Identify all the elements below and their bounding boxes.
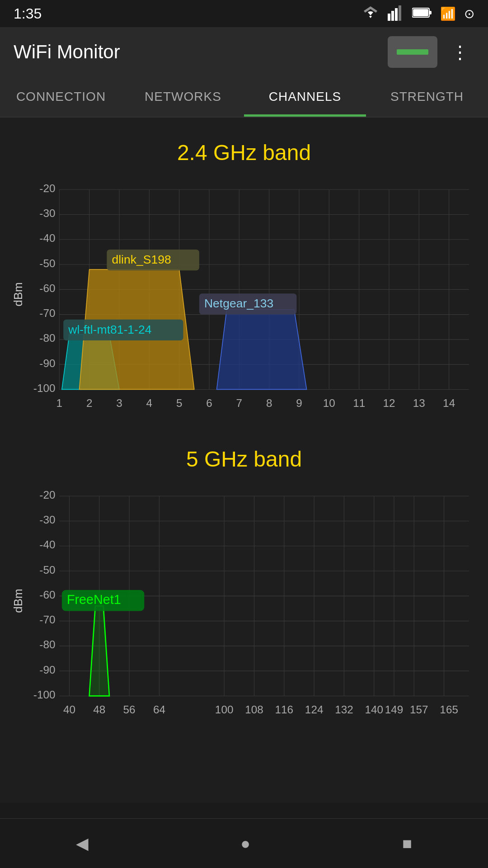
bottom-nav: ◀ ● ■: [0, 818, 488, 868]
svg-text:-100: -100: [33, 382, 56, 394]
svg-text:149: 149: [385, 703, 404, 716]
display-button[interactable]: [388, 36, 437, 68]
band-5-chart-wrapper: dBm -20 -30 -40 -50: [9, 476, 479, 726]
svg-text:FreeNet1: FreeNet1: [67, 592, 121, 607]
svg-text:-60: -60: [39, 589, 55, 601]
svg-text:124: 124: [305, 703, 324, 716]
band-24-chart-area: -20 -30 -40 -50 -60 -70 -80 -90 -100: [29, 170, 479, 420]
svg-text:2: 2: [86, 397, 93, 409]
charts-container: 2.4 GHz band dBm -20 -30: [0, 118, 488, 803]
status-time: 1:35: [14, 5, 42, 22]
svg-text:165: 165: [440, 703, 458, 716]
svg-text:dlink_S198: dlink_S198: [112, 253, 171, 266]
svg-text:40: 40: [63, 703, 75, 716]
app-bar-actions: ⋮: [388, 36, 474, 68]
more-options-button[interactable]: ⋮: [446, 37, 474, 67]
svg-text:140: 140: [365, 703, 384, 716]
svg-text:-80: -80: [39, 332, 55, 344]
svg-text:-70: -70: [39, 307, 55, 319]
svg-text:-90: -90: [39, 357, 55, 369]
status-icons: 📶 ⊙: [361, 5, 474, 23]
svg-text:-50: -50: [39, 563, 55, 576]
svg-text:-50: -50: [39, 257, 55, 269]
svg-text:132: 132: [335, 703, 353, 716]
band-24-svg: -20 -30 -40 -50 -60 -70 -80 -90 -100: [29, 170, 479, 420]
tab-connection[interactable]: CONNECTION: [0, 77, 122, 117]
band-5-y-label: dBm: [9, 476, 27, 726]
svg-text:7: 7: [236, 397, 243, 409]
svg-text:8: 8: [266, 397, 272, 409]
svg-text:-30: -30: [39, 514, 55, 526]
battery-icon: [412, 6, 432, 21]
band-24-section: 2.4 GHz band dBm -20 -30: [0, 127, 488, 433]
band-5-svg: -20 -30 -40 -50 -60 -70 -80 -90 -100: [29, 476, 479, 726]
display-icon: [397, 49, 428, 55]
svg-text:-20: -20: [39, 489, 55, 501]
svg-text:56: 56: [123, 703, 136, 716]
svg-text:11: 11: [353, 397, 365, 409]
app-icon-1: 📶: [440, 6, 456, 21]
svg-text:116: 116: [275, 703, 294, 716]
svg-rect-1: [391, 11, 394, 21]
tab-strength[interactable]: STRENGTH: [366, 77, 488, 117]
svg-text:4: 4: [146, 397, 153, 409]
svg-text:-60: -60: [39, 282, 55, 294]
svg-text:13: 13: [413, 397, 425, 409]
svg-text:-70: -70: [39, 613, 55, 626]
svg-text:108: 108: [245, 703, 263, 716]
svg-rect-6: [413, 9, 428, 16]
svg-text:157: 157: [410, 703, 428, 716]
svg-text:10: 10: [323, 397, 335, 409]
svg-marker-94: [90, 607, 108, 696]
tab-networks[interactable]: NETWORKS: [122, 77, 244, 117]
tab-channels[interactable]: CHANNELS: [244, 77, 366, 117]
band-5-title: 5 GHz band: [9, 438, 479, 476]
svg-text:-40: -40: [39, 538, 55, 551]
svg-text:48: 48: [93, 703, 105, 716]
back-button[interactable]: ◀: [58, 827, 107, 860]
svg-text:6: 6: [206, 397, 212, 409]
wifi-icon: [361, 5, 380, 22]
svg-text:12: 12: [383, 397, 395, 409]
svg-text:-30: -30: [39, 207, 55, 219]
svg-text:100: 100: [215, 703, 234, 716]
svg-rect-3: [399, 5, 401, 21]
svg-text:wl-ftl-mt81-1-24: wl-ftl-mt81-1-24: [68, 323, 151, 336]
svg-text:5: 5: [176, 397, 183, 409]
svg-marker-41: [217, 310, 307, 390]
svg-text:-100: -100: [33, 689, 56, 701]
signal-icon: [388, 5, 404, 23]
svg-rect-0: [388, 14, 390, 21]
svg-text:14: 14: [443, 397, 455, 409]
band-24-chart-wrapper: dBm -20 -30 -40 -50: [9, 170, 479, 420]
band-24-title: 2.4 GHz band: [9, 131, 479, 170]
svg-text:1: 1: [56, 397, 63, 409]
status-bar: 1:35 📶: [0, 0, 488, 27]
svg-rect-2: [395, 8, 398, 21]
svg-text:9: 9: [296, 397, 302, 409]
svg-rect-5: [429, 11, 432, 14]
home-button[interactable]: ●: [222, 827, 268, 860]
svg-text:-90: -90: [39, 663, 55, 675]
band-5-chart-area: -20 -30 -40 -50 -60 -70 -80 -90 -100: [29, 476, 479, 726]
svg-text:3: 3: [116, 397, 122, 409]
recent-button[interactable]: ■: [384, 827, 430, 860]
svg-text:-80: -80: [39, 638, 55, 651]
app-icon-2: ⊙: [464, 6, 474, 21]
svg-text:-40: -40: [39, 232, 55, 244]
svg-text:-20: -20: [39, 182, 55, 194]
app-title: WiFi Monitor: [14, 41, 120, 63]
app-bar: WiFi Monitor ⋮: [0, 27, 488, 77]
svg-text:64: 64: [153, 703, 165, 716]
band-5-section: 5 GHz band dBm -20 -30: [0, 433, 488, 740]
svg-text:Netgear_133: Netgear_133: [204, 297, 273, 310]
tabs: CONNECTION NETWORKS CHANNELS STRENGTH: [0, 77, 488, 118]
band-24-y-label: dBm: [9, 170, 27, 420]
